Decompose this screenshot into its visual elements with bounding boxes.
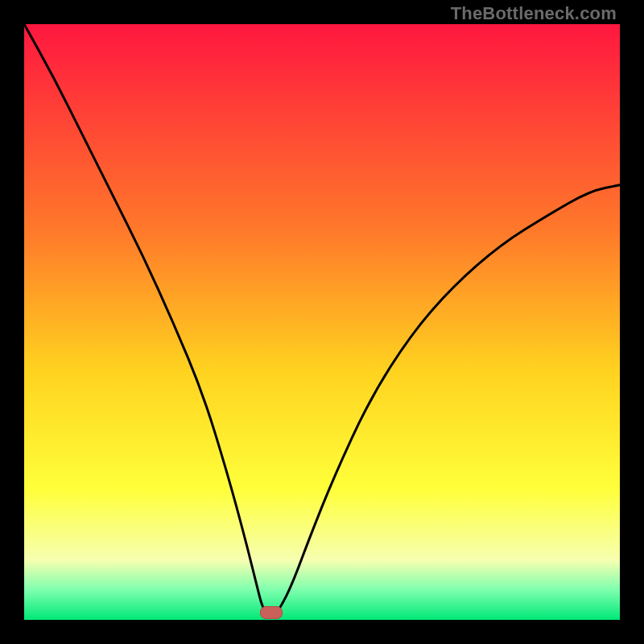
watermark-text: TheBottleneck.com — [451, 3, 617, 24]
bottleneck-curve — [24, 24, 620, 620]
chart-frame: TheBottleneck.com — [0, 0, 644, 644]
plot-area — [24, 24, 620, 620]
minimum-marker — [260, 606, 283, 619]
